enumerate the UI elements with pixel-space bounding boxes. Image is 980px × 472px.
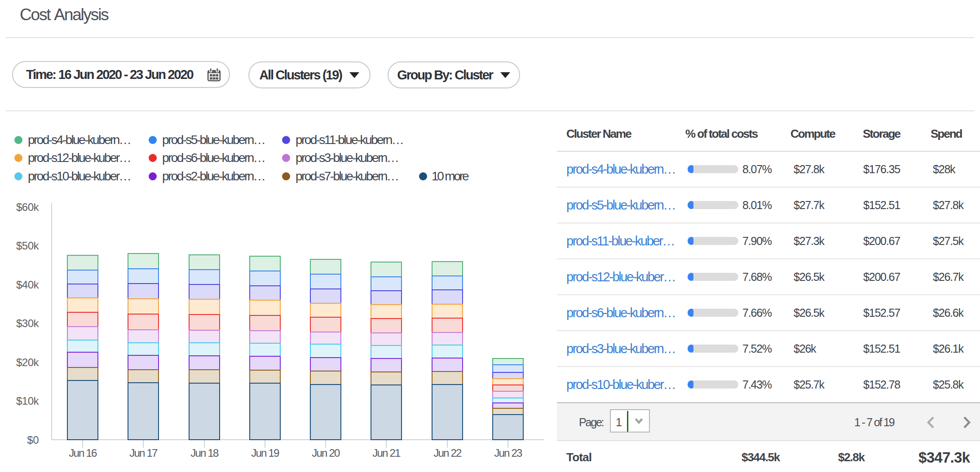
svg-text:Jun 20: Jun 20 <box>312 447 340 459</box>
svg-text:Jun 19: Jun 19 <box>251 447 279 459</box>
svg-text:Jun 18: Jun 18 <box>190 447 219 459</box>
svg-text:Jun 16: Jun 16 <box>69 447 97 459</box>
svg-text:$20k: $20k <box>16 356 40 368</box>
svg-text:$60k: $60k <box>16 201 40 213</box>
svg-text:Jun 21: Jun 21 <box>372 447 401 459</box>
svg-text:Jun 22: Jun 22 <box>433 447 462 459</box>
svg-text:$0: $0 <box>27 434 39 446</box>
svg-text:$10k: $10k <box>16 395 40 407</box>
svg-text:Jun 17: Jun 17 <box>129 447 158 459</box>
svg-text:Jun 23: Jun 23 <box>494 447 522 459</box>
svg-text:$40k: $40k <box>16 279 40 291</box>
svg-text:$50k: $50k <box>16 240 40 252</box>
svg-text:$30k: $30k <box>16 317 40 329</box>
